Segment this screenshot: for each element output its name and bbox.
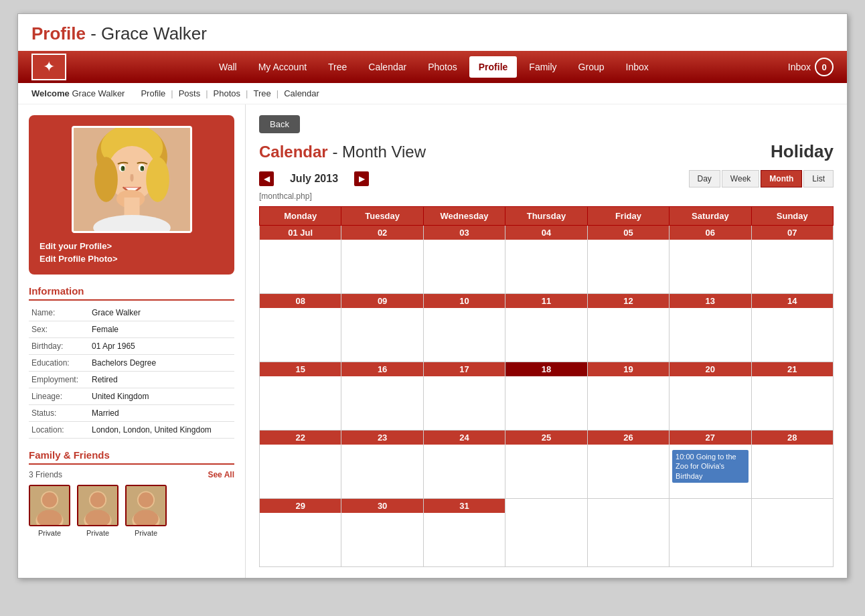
day-number: 03: [424, 226, 505, 240]
day-content: [341, 376, 422, 430]
info-label: Education:: [29, 355, 89, 372]
calendar-day-cell[interactable]: 31: [423, 499, 505, 567]
friends-grid: Private Private Private: [29, 485, 234, 537]
friend-label: Private: [86, 529, 109, 537]
calendar-day-cell[interactable]: 17: [423, 362, 505, 431]
view-btn-day[interactable]: Day: [689, 170, 720, 187]
info-label: Employment:: [29, 372, 89, 388]
calendar-day-cell[interactable]: 24: [423, 431, 505, 499]
calendar-nav-row: ◀ July 2013 ▶ DayWeekMonthList: [259, 170, 834, 187]
calendar-day-header: Saturday: [670, 207, 751, 226]
calendar-day-cell[interactable]: 05: [587, 226, 669, 294]
sub-nav-item-0[interactable]: Profile: [138, 87, 168, 100]
friend-label: Private: [38, 529, 61, 537]
info-table: Name:Grace WalkerSex:FemaleBirthday:01 A…: [29, 305, 234, 439]
calendar-day-cell[interactable]: 13: [670, 294, 751, 362]
view-btn-list[interactable]: List: [803, 170, 834, 187]
calendar-day-cell[interactable]: [670, 499, 751, 567]
calendar-day-cell[interactable]: 14: [751, 294, 833, 362]
info-value: Grace Walker: [89, 305, 234, 321]
prev-month-arrow[interactable]: ◀: [259, 171, 274, 186]
view-btn-month[interactable]: Month: [761, 170, 802, 187]
info-value: 01 Apr 1965: [89, 338, 234, 355]
calendar-day-cell[interactable]: 23: [341, 431, 423, 499]
calendar-day-cell[interactable]: 10: [423, 294, 505, 362]
nav-item-profile[interactable]: Profile: [469, 56, 518, 78]
sub-nav-item-3[interactable]: Tree: [250, 87, 273, 100]
calendar-day-cell[interactable]: 12: [587, 294, 669, 362]
calendar-day-cell[interactable]: 08: [260, 294, 341, 362]
calendar-day-cell[interactable]: 15: [260, 362, 341, 431]
calendar-day-cell[interactable]: 2710:00 Going to the Zoo for Olivia's Bi…: [670, 431, 751, 499]
calendar-day-cell[interactable]: 04: [505, 226, 587, 294]
inbox-badge[interactable]: 0: [815, 58, 834, 76]
nav-item-wall[interactable]: Wall: [210, 56, 246, 78]
calendar-day-cell[interactable]: [587, 499, 669, 567]
view-btn-week[interactable]: Week: [722, 170, 759, 187]
info-value: United Kingdom: [89, 388, 234, 405]
nav-item-my-account[interactable]: My Account: [249, 56, 316, 78]
calendar-day-cell[interactable]: 21: [751, 362, 833, 431]
sub-nav-item-1[interactable]: Posts: [176, 87, 204, 100]
calendar-day-cell[interactable]: 30: [341, 499, 423, 567]
calendar-day-cell[interactable]: 18: [505, 362, 587, 431]
friend-item-2[interactable]: Private: [125, 485, 167, 537]
inbox-label: Inbox: [788, 62, 811, 72]
calendar-day-cell[interactable]: 01 Jul: [260, 226, 341, 294]
calendar-day-cell[interactable]: 16: [341, 362, 423, 431]
calendar-day-cell[interactable]: 07: [751, 226, 833, 294]
nav-item-inbox[interactable]: Inbox: [617, 56, 658, 78]
day-number: 08: [260, 294, 341, 308]
nav-inbox[interactable]: Inbox 0: [788, 58, 834, 76]
calendar-day-cell[interactable]: 19: [587, 362, 669, 431]
calendar-day-cell[interactable]: [505, 499, 587, 567]
see-all-link[interactable]: See All: [208, 470, 234, 479]
nav-item-family[interactable]: Family: [520, 56, 566, 78]
edit-photo-link[interactable]: Edit Profile Photo>: [40, 254, 224, 264]
title-prefix: Profile: [31, 23, 86, 44]
day-content: [752, 376, 833, 430]
calendar-day-cell[interactable]: 26: [587, 431, 669, 499]
calendar-day-cell[interactable]: 02: [341, 226, 423, 294]
calendar-event[interactable]: 10:00 Going to the Zoo for Olivia's Birt…: [672, 450, 748, 483]
calendar-day-cell[interactable]: 06: [670, 226, 751, 294]
svg-point-12: [94, 157, 118, 202]
friends-header: Family & Friends: [29, 449, 234, 465]
calendar-day-cell[interactable]: [751, 499, 833, 567]
page-wrapper: Profile - Grace Walker ✦ WallMy AccountT…: [17, 13, 848, 579]
nav-item-photos[interactable]: Photos: [418, 56, 467, 78]
edit-profile-link[interactable]: Edit your Profile>: [40, 241, 224, 251]
day-content: [588, 499, 669, 552]
day-number: 19: [588, 362, 669, 376]
back-button[interactable]: Back: [259, 115, 300, 133]
calendar-day-cell[interactable]: 25: [505, 431, 587, 499]
holiday-label: Holiday: [771, 141, 834, 162]
info-label: Lineage:: [29, 388, 89, 405]
calendar-day-cell[interactable]: 22: [260, 431, 341, 499]
day-number: 13: [670, 294, 751, 308]
calendar-day-cell[interactable]: 20: [670, 362, 751, 431]
calendar-day-cell[interactable]: 28: [751, 431, 833, 499]
day-number: 06: [670, 226, 751, 240]
friend-item-0[interactable]: Private: [29, 485, 70, 537]
calendar-day-cell[interactable]: 09: [341, 294, 423, 362]
main-layout: Edit your Profile> Edit Profile Photo> I…: [18, 104, 847, 578]
calendar-day-cell[interactable]: 11: [505, 294, 587, 362]
calendar-day-cell[interactable]: 03: [423, 226, 505, 294]
nav-item-calendar[interactable]: Calendar: [359, 56, 416, 78]
day-content: [260, 513, 341, 566]
friend-item-1[interactable]: Private: [77, 485, 119, 537]
calendar-day-header: Tuesday: [341, 207, 423, 226]
svg-point-8: [140, 166, 144, 171]
info-row: Birthday:01 Apr 1965: [29, 338, 234, 355]
sub-nav-item-4[interactable]: Calendar: [281, 87, 322, 100]
calendar-day-cell[interactable]: 29: [260, 499, 341, 567]
nav-item-group[interactable]: Group: [569, 56, 614, 78]
next-month-arrow[interactable]: ▶: [354, 171, 369, 186]
day-number: 20: [670, 362, 751, 376]
sub-nav-item-2[interactable]: Photos: [211, 87, 243, 100]
nav-item-tree[interactable]: Tree: [319, 56, 356, 78]
info-value: Female: [89, 321, 234, 338]
day-content: [260, 445, 341, 498]
info-value: Bachelors Degree: [89, 355, 234, 372]
